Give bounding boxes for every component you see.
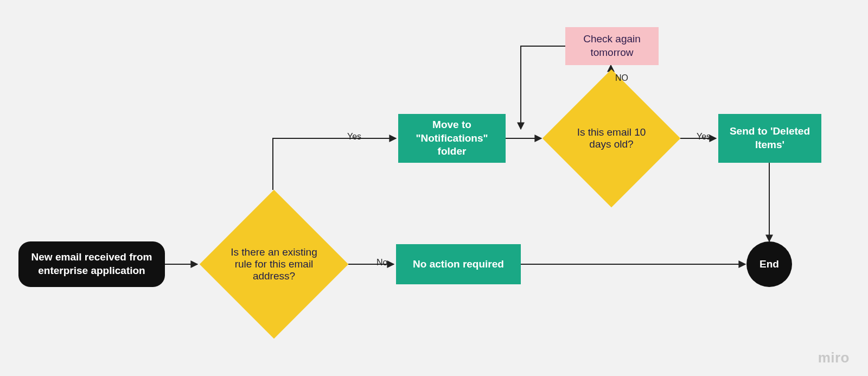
start-text: New email received from enterprise appli… (26, 251, 157, 277)
decision-10-days-old: Is this email 10 days old? (542, 69, 680, 207)
decision2-text: Is this email 10 days old? (565, 126, 658, 150)
end-text: End (760, 258, 779, 271)
process-send-deleted: Send to 'Deleted Items' (718, 114, 821, 163)
process-move-notifications: Move to "Notifications" folder (398, 114, 506, 163)
edge-label-d1-yes: Yes (347, 132, 361, 142)
check-tomorrow-text: Check again tomorrow (573, 33, 651, 59)
decision1-text: Is there an existing rule for this email… (222, 246, 326, 282)
watermark: miro (818, 349, 850, 366)
move-notifications-text: Move to "Notifications" folder (406, 118, 498, 158)
edge-label-d2-yes: Yes (697, 132, 711, 142)
process-check-tomorrow: Check again tomorrow (565, 27, 659, 65)
decision-existing-rule: Is there an existing rule for this email… (200, 190, 348, 339)
edge-label-d1-no: No (376, 258, 387, 267)
edge-label-d2-no: NO (615, 73, 628, 83)
send-deleted-text: Send to 'Deleted Items' (726, 125, 814, 151)
flowchart-canvas: New email received from enterprise appli… (0, 0, 868, 376)
process-no-action: No action required (396, 244, 521, 284)
start-node: New email received from enterprise appli… (18, 241, 165, 287)
end-node: End (746, 241, 792, 287)
arrows-layer (0, 0, 868, 376)
no-action-text: No action required (413, 258, 504, 271)
